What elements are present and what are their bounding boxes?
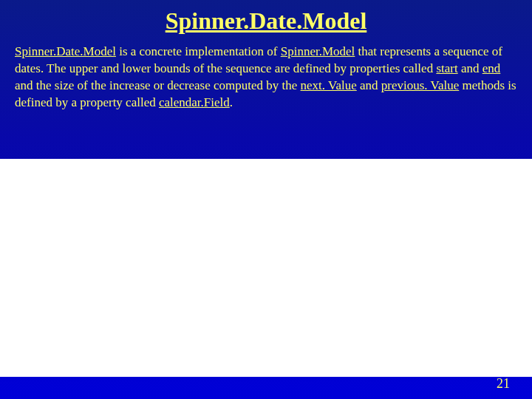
page-number: 21 [497, 376, 510, 392]
content-placeholder [0, 159, 532, 377]
slide: Spinner.Date.Model Spinner.Date.Model is… [0, 0, 532, 399]
link-next-value: next. Value [301, 78, 357, 92]
body-text: is a concrete implementation of [116, 44, 281, 58]
body-text: . [230, 95, 233, 109]
body-text: and the size of the increase or decrease… [15, 78, 301, 92]
slide-title: Spinner.Date.Model [0, 0, 532, 44]
link-spinner-model: Spinner.Model [281, 44, 355, 58]
slide-body: Spinner.Date.Model is a concrete impleme… [0, 44, 532, 112]
body-text: and [458, 61, 482, 75]
link-calendar-field: calendar.Field [159, 95, 230, 109]
link-previous-value: previous. Value [381, 78, 459, 92]
link-spinner-date-model: Spinner.Date.Model [15, 44, 116, 58]
link-start: start [436, 61, 457, 75]
body-text: and [357, 78, 381, 92]
link-end: end [482, 61, 501, 75]
